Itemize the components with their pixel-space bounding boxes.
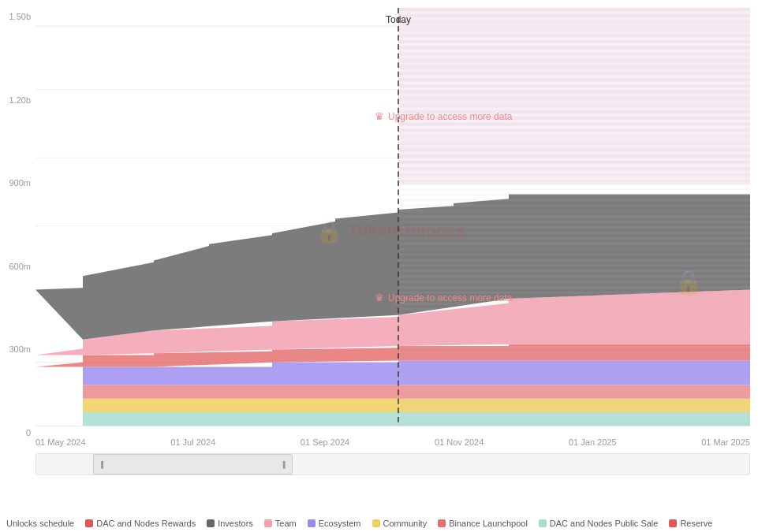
today-label: Today [386, 14, 411, 25]
chart-container: 1.50b 1.20b 900m 600m 300m 0 Chart in UT… [0, 0, 758, 532]
legend-dot-team [264, 519, 272, 527]
legend-dot-dac-rewards [85, 519, 93, 527]
legend-unlocks-schedule: Unlocks schedule [6, 519, 74, 528]
x-label-may: 01 May 2024 [35, 437, 86, 447]
x-label-sep: 01 Sep 2024 [301, 437, 349, 447]
x-label-jan: 01 Jan 2025 [569, 437, 617, 447]
legend-public-sale: DAC and Nodes Public Sale [539, 519, 659, 528]
x-label-mar: 01 Mar 2025 [701, 437, 750, 447]
legend-dac-rewards: DAC and Nodes Rewards [85, 519, 196, 528]
crown-icon-1: ♛ [375, 110, 384, 122]
y-axis: 1.50b 1.20b 900m 600m 300m 0 [0, 8, 35, 453]
y-label-600m: 600m [9, 262, 31, 271]
legend-binance: Binance Launchpool [438, 519, 528, 528]
legend-area: Unlocks schedule DAC and Nodes Rewards I… [0, 519, 758, 528]
legend-dot-community [372, 519, 380, 527]
chart-svg [35, 8, 750, 453]
legend-dot-public-sale [539, 519, 547, 527]
crown-icon-2: ♛ [375, 292, 384, 303]
scrollbar-left-grip: ▐ [99, 461, 103, 468]
legend-investors: Investors [207, 519, 253, 528]
legend-ecosystem: Ecosystem [308, 519, 361, 528]
y-label-900m: 900m [9, 178, 31, 188]
upgrade-badge-2[interactable]: ♛ Upgrade to access more data [375, 292, 512, 303]
x-label-nov: 01 Nov 2024 [435, 437, 484, 447]
x-label-jul: 01 Jul 2024 [170, 437, 215, 447]
y-label-120b: 1.20b [9, 95, 31, 105]
legend-dot-reserve [669, 519, 677, 527]
chart-area: Today ♛ Upgrade to access more data ♛ Up… [35, 8, 750, 453]
scrollbar-right-grip: ▌ [283, 461, 288, 468]
unlocks-label: Unlocks schedule [6, 519, 74, 528]
legend-reserve: Reserve [669, 519, 712, 528]
scrollbar[interactable]: ▐ ▌ [35, 453, 750, 475]
legend-dot-investors [207, 519, 215, 527]
legend-team: Team [264, 519, 297, 528]
legend-dot-binance [438, 519, 446, 527]
scrollbar-handle[interactable]: ▐ ▌ [93, 454, 293, 474]
y-label-0: 0 [26, 428, 31, 437]
y-label-300m: 300m [9, 344, 31, 354]
svg-rect-17 [398, 8, 750, 185]
y-label-150b: 1.50b [9, 12, 31, 21]
x-axis: 01 May 2024 01 Jul 2024 01 Sep 2024 01 N… [35, 437, 750, 447]
legend-community: Community [372, 519, 428, 528]
upgrade-badge-1[interactable]: ♛ Upgrade to access more data [375, 110, 512, 122]
legend-dot-ecosystem [308, 519, 316, 527]
